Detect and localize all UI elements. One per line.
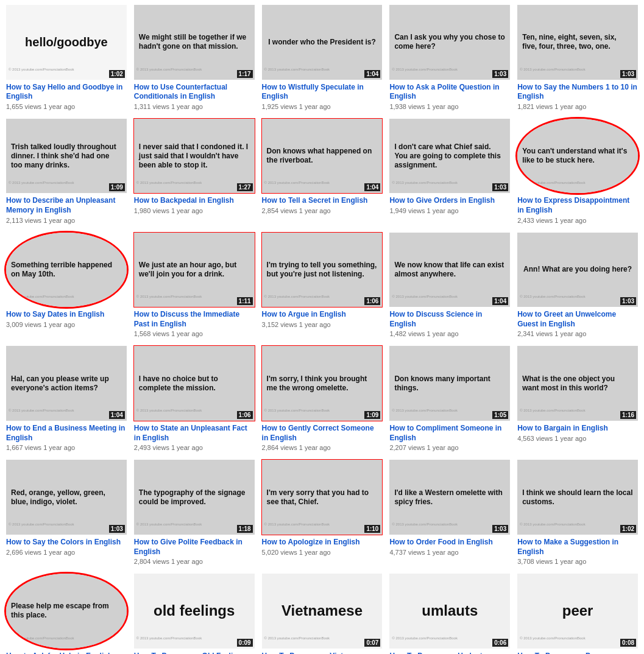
thumbnail-text: I'd like a Western omelette with spicy f… — [394, 488, 505, 507]
video-thumbnail[interactable]: The typography of the signage could be i… — [134, 460, 255, 535]
video-item[interactable]: I wonder who the President is?© 2013 you… — [258, 2, 386, 116]
video-item[interactable]: Can I ask you why you chose to come here… — [386, 2, 514, 116]
video-item[interactable]: We might still be together if we hadn't … — [130, 2, 258, 116]
watermark: © 2013 youtube.com/PronunciationBook — [392, 409, 458, 412]
video-thumbnail[interactable]: I think we should learn the local custom… — [517, 460, 638, 535]
video-item[interactable]: We just ate an hour ago, but we'll join … — [130, 230, 258, 344]
video-thumbnail[interactable]: I have no choice but to complete the mis… — [134, 346, 255, 421]
video-thumbnail[interactable]: We just ate an hour ago, but we'll join … — [134, 233, 255, 308]
video-item[interactable]: Please help me escape from this place.© … — [2, 571, 130, 654]
video-title[interactable]: How to Bargain in English — [517, 424, 638, 434]
video-item[interactable]: I'm very sorry that you had to see that,… — [258, 457, 386, 571]
video-item[interactable]: Don knows what happened on the riverboat… — [258, 116, 386, 230]
video-thumbnail[interactable]: hello/goodbye© 2013 youtube.com/Pronunci… — [6, 5, 127, 80]
thumbnail-text: Hal, can you please write up everyone's … — [11, 374, 122, 393]
video-item[interactable]: hello/goodbye© 2013 youtube.com/Pronunci… — [2, 2, 130, 116]
video-item[interactable]: We now know that life can exist almost a… — [386, 230, 514, 344]
video-title[interactable]: How to Make a Suggestion in English — [517, 538, 638, 557]
thumbnail-text: What is the one object you want most in … — [522, 374, 633, 393]
video-thumbnail[interactable]: I don't care what Chief said. You are go… — [389, 119, 510, 194]
video-item[interactable]: Ann! What are you doing here?© 2013 yout… — [514, 230, 642, 344]
video-title[interactable]: How to Order Food in English — [389, 538, 510, 547]
video-thumbnail[interactable]: Can I ask you why you chose to come here… — [389, 5, 510, 80]
video-item[interactable]: I'd like a Western omelette with spicy f… — [386, 457, 514, 571]
video-thumbnail[interactable]: You can't understand what it's like to b… — [517, 119, 638, 194]
video-item[interactable]: Don knows many important things.© 2013 y… — [386, 343, 514, 457]
video-thumbnail[interactable]: Don knows many important things.© 2013 y… — [389, 346, 510, 421]
video-thumbnail[interactable]: Ten, nine, eight, seven, six, five, four… — [517, 5, 638, 80]
video-item[interactable]: What is the one object you want most in … — [514, 343, 642, 457]
video-title[interactable]: How to Say the Numbers 1 to 10 in Englis… — [517, 83, 638, 102]
video-thumbnail[interactable]: I'm very sorry that you had to see that,… — [262, 460, 383, 535]
video-thumbnail[interactable]: Something terrible happened on May 10th.… — [6, 233, 127, 308]
video-item[interactable]: umlauts© 2013 youtube.com/PronunciationB… — [386, 571, 514, 654]
video-thumbnail[interactable]: We now know that life can exist almost a… — [389, 233, 510, 308]
video-thumbnail[interactable]: old feelings© 2013 youtube.com/Pronuncia… — [134, 574, 255, 649]
video-title[interactable]: How To Pronounce Peer — [517, 652, 638, 654]
video-item[interactable]: The typography of the signage could be i… — [130, 457, 258, 571]
video-item[interactable]: Trish talked loudly throughout dinner. I… — [2, 116, 130, 230]
video-title[interactable]: How to Argue in English — [262, 310, 383, 320]
video-meta: 2,864 views 1 year ago — [262, 444, 383, 451]
video-thumbnail[interactable]: I never said that I condoned it. I just … — [134, 119, 255, 194]
video-item[interactable]: I have no choice but to complete the mis… — [130, 343, 258, 457]
video-item[interactable]: I never said that I condoned it. I just … — [130, 116, 258, 230]
video-thumbnail[interactable]: I'm sorry, I think you brought me the wr… — [262, 346, 383, 421]
video-title[interactable]: How to Apologize in English — [262, 538, 383, 547]
video-meta: 2,696 views 1 year ago — [6, 549, 127, 556]
video-item[interactable]: peer© 2013 youtube.com/PronunciationBook… — [514, 571, 642, 654]
video-thumbnail[interactable]: Red, orange, yellow, green, blue, indigo… — [6, 460, 127, 535]
video-title[interactable]: How to Give Orders in English — [389, 196, 510, 206]
video-item[interactable]: I don't care what Chief said. You are go… — [386, 116, 514, 230]
video-title[interactable]: How To Pronounce Umlauts — [389, 652, 510, 654]
video-title[interactable]: How to Say Dates in English — [6, 310, 127, 320]
video-thumbnail[interactable]: umlauts© 2013 youtube.com/PronunciationB… — [389, 574, 510, 649]
watermark: © 2013 youtube.com/PronunciationBook — [520, 181, 586, 185]
video-thumbnail[interactable]: Don knows what happened on the riverboat… — [262, 119, 383, 194]
video-title[interactable]: How to Use Counterfactual Conditionals i… — [134, 83, 255, 102]
video-title[interactable]: How to Express Disappointment in English — [517, 196, 638, 215]
video-title[interactable]: How to Ask for Help in English — [6, 652, 127, 654]
video-title[interactable]: How to Give Polite Feedback in English — [134, 538, 255, 557]
video-title[interactable]: How to Gently Correct Someone in English — [262, 424, 383, 443]
video-title[interactable]: How to Say the Colors in English — [6, 538, 127, 547]
video-thumbnail[interactable]: Ann! What are you doing here?© 2013 yout… — [517, 233, 638, 308]
video-title[interactable]: How to Backpedal in English — [134, 196, 255, 206]
video-thumbnail[interactable]: Please help me escape from this place.© … — [6, 574, 127, 649]
video-title[interactable]: How to Tell a Secret in English — [262, 196, 383, 206]
duration-badge: 1:04 — [492, 297, 508, 305]
video-item[interactable]: Something terrible happened on May 10th.… — [2, 230, 130, 344]
video-item[interactable]: old feelings© 2013 youtube.com/Pronuncia… — [130, 571, 258, 654]
video-thumbnail[interactable]: Vietnamese© 2013 youtube.com/Pronunciati… — [262, 574, 383, 649]
video-item[interactable]: I'm sorry, I think you brought me the wr… — [258, 343, 386, 457]
video-item[interactable]: Vietnamese© 2013 youtube.com/Pronunciati… — [258, 571, 386, 654]
video-title[interactable]: How To Pronounce Vietnamese — [262, 652, 383, 654]
video-title[interactable]: How to Greet an Unwelcome Guest in Engli… — [517, 310, 638, 329]
video-title[interactable]: How to End a Business Meeting in English — [6, 424, 127, 443]
video-thumbnail[interactable]: We might still be together if we hadn't … — [134, 5, 255, 80]
video-title[interactable]: How to State an Unpleasant Fact in Engli… — [134, 424, 255, 443]
video-title[interactable]: How to Discuss Science in English — [389, 310, 510, 329]
video-item[interactable]: Ten, nine, eight, seven, six, five, four… — [514, 2, 642, 116]
duration-badge: 1:10 — [364, 525, 380, 533]
video-title[interactable]: How to Compliment Someone in English — [389, 424, 510, 443]
watermark: © 2013 youtube.com/PronunciationBook — [520, 295, 586, 298]
video-thumbnail[interactable]: Trish talked loudly throughout dinner. I… — [6, 119, 127, 194]
video-thumbnail[interactable]: peer© 2013 youtube.com/PronunciationBook… — [517, 574, 638, 649]
video-item[interactable]: You can't understand what it's like to b… — [514, 116, 642, 230]
video-title[interactable]: How to Describe an Unpleasant Memory in … — [6, 196, 127, 215]
video-title[interactable]: How to Wistfully Speculate in English — [262, 83, 383, 102]
video-title[interactable]: How to Say Hello and Goodbye in English — [6, 83, 127, 102]
video-thumbnail[interactable]: I'd like a Western omelette with spicy f… — [389, 460, 510, 535]
video-title[interactable]: How to Discuss the Immediate Past in Eng… — [134, 310, 255, 329]
video-item[interactable]: I think we should learn the local custom… — [514, 457, 642, 571]
video-thumbnail[interactable]: I wonder who the President is?© 2013 you… — [262, 5, 383, 80]
video-thumbnail[interactable]: Hal, can you please write up everyone's … — [6, 346, 127, 421]
video-item[interactable]: I'm trying to tell you something, but yo… — [258, 230, 386, 344]
video-thumbnail[interactable]: I'm trying to tell you something, but yo… — [262, 233, 383, 308]
video-title[interactable]: How to Ask a Polite Question in English — [389, 83, 510, 102]
video-item[interactable]: Hal, can you please write up everyone's … — [2, 343, 130, 457]
video-title[interactable]: How To Pronounce Old Feelings — [134, 652, 255, 654]
video-item[interactable]: Red, orange, yellow, green, blue, indigo… — [2, 457, 130, 571]
video-thumbnail[interactable]: What is the one object you want most in … — [517, 346, 638, 421]
